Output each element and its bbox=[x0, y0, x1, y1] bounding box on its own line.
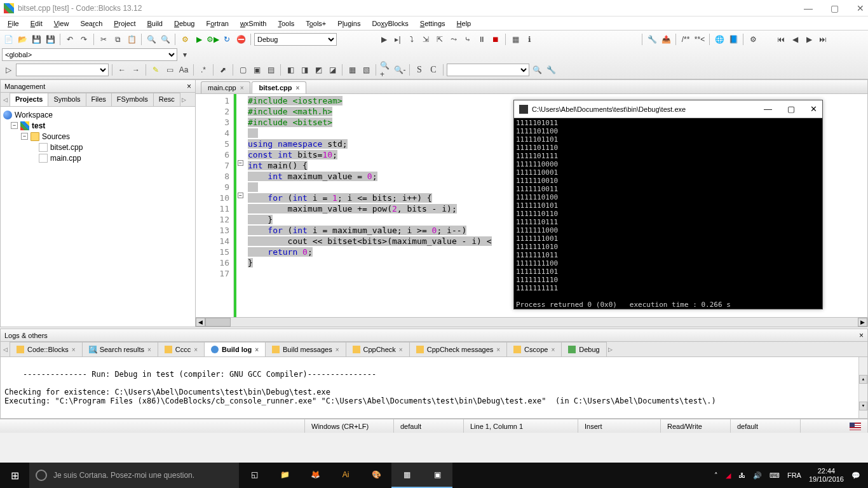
t1-icon[interactable]: ▢ bbox=[236, 64, 249, 76]
debug-windows-icon[interactable]: ▦ bbox=[509, 33, 522, 46]
tab-resources[interactable]: Resc bbox=[153, 93, 180, 106]
search-combo[interactable] bbox=[447, 64, 529, 76]
logs-close-icon[interactable]: × bbox=[859, 331, 864, 340]
tray-lang[interactable]: FRA bbox=[787, 471, 801, 479]
tab-projects[interactable]: Projects bbox=[10, 93, 48, 106]
doxy-html-icon[interactable]: 🌐 bbox=[713, 33, 726, 46]
t4-icon[interactable]: ◧ bbox=[284, 64, 297, 76]
start-button[interactable]: ⊞ bbox=[0, 463, 29, 488]
log-next-icon[interactable]: ▴ bbox=[859, 375, 867, 384]
logtab-cppcheck[interactable]: CppCheck× bbox=[346, 342, 410, 356]
t7-icon[interactable]: ◪ bbox=[326, 64, 339, 76]
scope-dropdown-icon[interactable]: ▾ bbox=[179, 48, 191, 61]
zoom-in-icon[interactable]: 🔍+ bbox=[379, 64, 392, 76]
back-icon[interactable]: ← bbox=[116, 64, 128, 76]
console-titlebar[interactable]: C:\Users\Abel\Documents\test\bin\Debug\t… bbox=[514, 100, 822, 118]
open-icon[interactable]: 📂 bbox=[16, 33, 29, 46]
tab-scroll-left-icon[interactable]: ◁ bbox=[1, 93, 10, 106]
menu-fortran[interactable]: Fortran bbox=[201, 18, 233, 29]
comment-icon[interactable]: C bbox=[427, 64, 440, 76]
scope-select[interactable]: <global> bbox=[2, 48, 177, 61]
step-instr-icon[interactable]: ⤷ bbox=[461, 33, 474, 46]
nav-first-icon[interactable]: ⏮ bbox=[775, 33, 787, 46]
t2-icon[interactable]: ▣ bbox=[250, 64, 263, 76]
step-into-icon[interactable]: ⇲ bbox=[419, 33, 432, 46]
logtab-buildlog[interactable]: Build log× bbox=[204, 342, 266, 356]
management-close-icon[interactable]: × bbox=[187, 82, 191, 91]
jump-icon[interactable]: ▷ bbox=[2, 64, 15, 76]
close-button[interactable]: ✕ bbox=[857, 3, 864, 13]
task-explorer-icon[interactable]: 📁 bbox=[269, 463, 300, 488]
cortana-search[interactable]: Je suis Cortana. Posez-moi une question. bbox=[29, 463, 239, 488]
scroll-right-icon[interactable]: ▶ bbox=[858, 318, 867, 327]
tab-files[interactable]: Files bbox=[86, 93, 112, 106]
task-illustrator-icon[interactable]: Ai bbox=[330, 463, 361, 488]
menu-edit[interactable]: Edit bbox=[25, 18, 48, 29]
t8-icon[interactable]: ▦ bbox=[346, 64, 358, 76]
logs-body[interactable]: -------------- Run: Debug in test (compi… bbox=[1, 357, 867, 418]
task-paint-icon[interactable]: 🎨 bbox=[361, 463, 391, 488]
menu-help[interactable]: Help bbox=[452, 18, 477, 29]
tab-symbols[interactable]: Symbols bbox=[48, 93, 86, 106]
tree-project[interactable]: test bbox=[32, 121, 45, 130]
build-target-select[interactable]: Debug bbox=[254, 33, 337, 46]
nav-last-icon[interactable]: ⏭ bbox=[817, 33, 829, 46]
tab-close-icon[interactable]: × bbox=[295, 85, 299, 92]
doxy-block-icon[interactable]: /** bbox=[679, 33, 692, 46]
break-icon[interactable]: ⏸ bbox=[475, 33, 488, 46]
rebuild-icon[interactable]: ↻ bbox=[220, 33, 233, 46]
fold-toggle-icon[interactable]: − bbox=[238, 160, 243, 166]
task-console-icon[interactable]: ▣ bbox=[422, 463, 452, 488]
regex-icon[interactable]: .* bbox=[197, 64, 210, 76]
tray-keyboard-icon[interactable]: ⌨ bbox=[770, 471, 780, 480]
menu-plugins[interactable]: Plugins bbox=[332, 18, 365, 29]
logtab-cscope[interactable]: Cscope× bbox=[506, 342, 562, 356]
scroll-thumb[interactable] bbox=[205, 318, 231, 327]
tab-scroll-right-icon[interactable]: ▷ bbox=[180, 93, 189, 106]
source-icon[interactable]: S bbox=[413, 64, 426, 76]
logtab-buildmsg[interactable]: Build messages× bbox=[265, 342, 346, 356]
toggle-icon[interactable]: − bbox=[11, 122, 18, 129]
tree-file[interactable]: bitset.cpp bbox=[50, 143, 83, 152]
build-icon[interactable]: ⚙ bbox=[179, 33, 191, 46]
save-icon[interactable]: 💾 bbox=[30, 33, 43, 46]
task-codeblocks-icon[interactable]: ▦ bbox=[391, 463, 422, 488]
next-instr-icon[interactable]: ⤳ bbox=[447, 33, 460, 46]
menu-doxyblocks[interactable]: DoxyBlocks bbox=[367, 18, 413, 29]
find-icon[interactable]: 🔍 bbox=[145, 33, 158, 46]
t3-icon[interactable]: ▤ bbox=[264, 64, 277, 76]
paste-icon[interactable]: 📋 bbox=[125, 33, 138, 46]
t5-icon[interactable]: ◨ bbox=[298, 64, 311, 76]
tab-fsymbols[interactable]: FSymbols bbox=[111, 93, 154, 106]
console-min-icon[interactable]: — bbox=[764, 104, 772, 114]
project-tree[interactable]: Workspace −test −Sources bitset.cpp main… bbox=[1, 107, 195, 327]
nav-next-icon[interactable]: ▶ bbox=[803, 33, 815, 46]
save-all-icon[interactable]: 💾 bbox=[44, 33, 57, 46]
menu-build[interactable]: Build bbox=[142, 18, 168, 29]
toggle-icon[interactable]: − bbox=[21, 133, 28, 140]
options-icon[interactable]: 🔍 bbox=[531, 64, 543, 76]
tree-file[interactable]: main.cpp bbox=[50, 154, 81, 163]
editor-hscroll[interactable]: ◀ ▶ bbox=[196, 317, 867, 327]
doxy-extract-icon[interactable]: 📤 bbox=[660, 33, 672, 46]
menu-wxsmith[interactable]: wxSmith bbox=[235, 18, 272, 29]
build-run-icon[interactable]: ⚙▶ bbox=[207, 33, 219, 46]
logs-sidebar[interactable]: ▴ ▾ bbox=[858, 357, 867, 418]
t9-icon[interactable]: ▧ bbox=[360, 64, 372, 76]
logtab-codeblocks[interactable]: Code::Blocks× bbox=[10, 342, 83, 356]
run-icon[interactable]: ▶ bbox=[193, 33, 205, 46]
settings-icon[interactable]: 🔧 bbox=[545, 64, 557, 76]
tray-volume-icon[interactable]: 🔊 bbox=[753, 471, 762, 480]
stop-debug-icon[interactable]: ⏹ bbox=[489, 33, 502, 46]
tray-chevron-icon[interactable]: ˄ bbox=[714, 471, 718, 480]
doxy-chm-icon[interactable]: 📘 bbox=[727, 33, 740, 46]
doxy-line-icon[interactable]: **< bbox=[693, 33, 706, 46]
logs-scroll-right-icon[interactable]: ▷ bbox=[606, 342, 615, 356]
task-firefox-icon[interactable]: 🦊 bbox=[300, 463, 330, 488]
redo-icon[interactable]: ↷ bbox=[78, 33, 90, 46]
menu-toolsplus[interactable]: Tools+ bbox=[301, 18, 331, 29]
debug-continue-icon[interactable]: ▶ bbox=[377, 33, 390, 46]
fwd-icon[interactable]: → bbox=[130, 64, 142, 76]
tray-network-icon[interactable]: 🖧 bbox=[738, 471, 745, 479]
taskbar[interactable]: ⊞ Je suis Cortana. Posez-moi une questio… bbox=[0, 463, 868, 488]
